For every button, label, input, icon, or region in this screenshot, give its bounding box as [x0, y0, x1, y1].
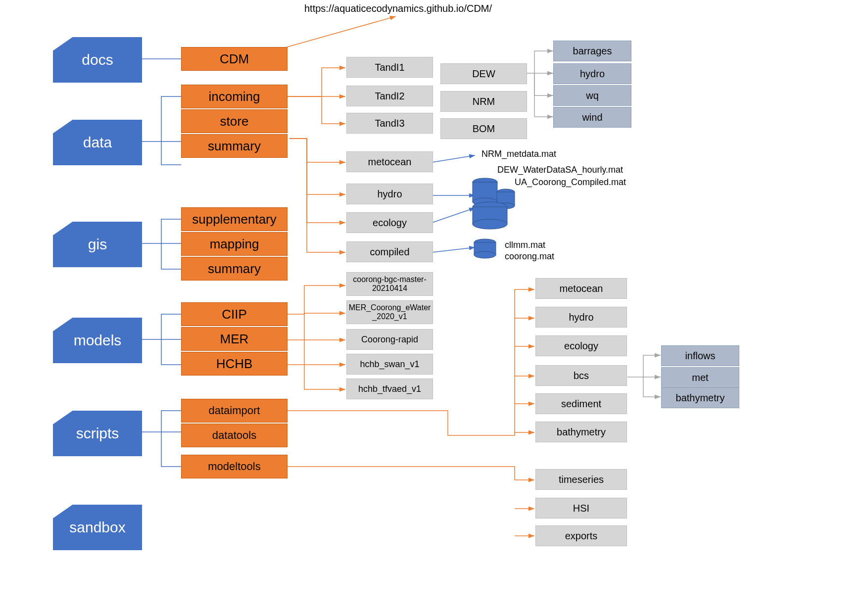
node-incoming: incoming — [181, 85, 288, 108]
node-bom: BOM — [440, 118, 527, 139]
node-ecology2: ecology — [535, 335, 627, 356]
node-bathymetry2: bathymetry — [661, 387, 739, 408]
node-dew: DEW — [440, 63, 527, 84]
svg-point-17 — [474, 251, 496, 258]
node-tandi2: TandI2 — [346, 86, 433, 106]
label-nrm-met: NRM_metdata.mat — [481, 149, 556, 159]
node-mer: MER — [181, 327, 288, 351]
label-cllmm: cllmm.mat — [505, 240, 545, 250]
node-wind: wind — [553, 107, 631, 128]
node-coorong-rapid: Coorong-rapid — [346, 329, 433, 350]
node-nrm: NRM — [440, 91, 527, 112]
node-bcs: bcs — [535, 365, 627, 386]
node-coorong-bgc: coorong-bgc-master-20210414 — [346, 272, 433, 296]
node-hydro2: hydro — [553, 63, 631, 84]
label-coorong: coorong.mat — [505, 251, 554, 262]
node-tandi3: TandI3 — [346, 113, 433, 134]
folder-docs: docs — [53, 37, 142, 83]
folder-models: models — [53, 318, 142, 363]
svg-line-1 — [287, 16, 396, 47]
node-summary-gis: summary — [181, 257, 288, 281]
node-cdm: CDM — [181, 47, 288, 71]
node-dataimport: dataimport — [181, 399, 288, 423]
node-barrages: barrages — [553, 41, 631, 61]
svg-line-4 — [432, 208, 475, 223]
node-hydro3: hydro — [535, 307, 627, 328]
node-store: store — [181, 109, 288, 133]
node-bathymetry: bathymetry — [535, 422, 627, 442]
node-summary-data: summary — [181, 134, 288, 158]
node-mapping: mapping — [181, 232, 288, 256]
node-sediment: sediment — [535, 393, 627, 414]
diagram-canvas: https://aquaticecodynamics.github.io/CDM… — [0, 0, 864, 616]
node-metocean2: metocean — [535, 278, 627, 299]
folder-data: data — [53, 120, 142, 165]
node-ciip: CIIP — [181, 302, 288, 326]
node-hchb: HCHB — [181, 352, 288, 376]
node-hchb-swan: hchb_swan_v1 — [346, 354, 433, 375]
node-mer-coorong: MER_Coorong_eWater_2020_v1 — [346, 300, 433, 324]
node-metocean: metocean — [346, 151, 433, 172]
svg-line-2 — [432, 155, 475, 162]
url-label: https://aquaticecodynamics.github.io/CDM… — [304, 3, 492, 14]
node-wq: wq — [553, 85, 631, 106]
node-met: met — [661, 367, 739, 388]
folder-scripts: scripts — [53, 411, 142, 456]
node-hydro: hydro — [346, 184, 433, 204]
label-ua-coorong: UA_Coorong_Compiled.mat — [515, 177, 626, 188]
node-ecology: ecology — [346, 212, 433, 233]
node-compiled: compiled — [346, 241, 433, 262]
folder-sandbox: sandbox — [53, 505, 142, 550]
svg-point-14 — [473, 219, 507, 229]
node-hchb-tfvaed: hchb_tfvaed_v1 — [346, 379, 433, 399]
folder-gis: gis — [53, 222, 142, 267]
label-dew-water: DEW_WaterDataSA_hourly.mat — [497, 165, 623, 175]
svg-line-5 — [432, 247, 475, 252]
node-inflows: inflows — [661, 345, 739, 366]
node-datatools: datatools — [181, 424, 288, 447]
node-exports: exports — [535, 525, 627, 546]
node-hsi: HSI — [535, 498, 627, 519]
node-modeltools: modeltools — [181, 455, 288, 478]
node-supplementary: supplementary — [181, 207, 288, 231]
node-timeseries: timeseries — [535, 469, 627, 490]
node-tandi1: TandI1 — [346, 57, 433, 78]
